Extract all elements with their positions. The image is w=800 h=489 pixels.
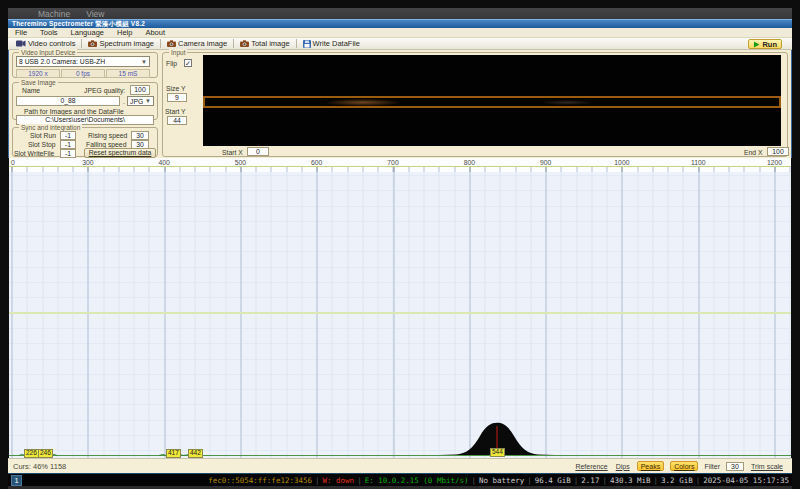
slot-run-label: Slot Run bbox=[30, 132, 56, 139]
chevron-down-icon: ▼ bbox=[145, 98, 151, 104]
end-x-label: End X bbox=[744, 149, 763, 156]
ruler-tick-label: 800 bbox=[464, 159, 475, 166]
scan-band-selector[interactable] bbox=[203, 96, 781, 108]
workspace-indicator[interactable]: 1 bbox=[11, 475, 22, 486]
memory-total-status: 3.2 GiB bbox=[661, 476, 693, 485]
ruler-tick-label: 600 bbox=[311, 159, 322, 166]
camera-icon bbox=[240, 40, 249, 47]
reference-button[interactable]: Reference bbox=[574, 463, 608, 470]
run-label: Run bbox=[762, 40, 777, 49]
ethernet-status: E: 10.0.2.15 (0 Mbit/s) bbox=[365, 476, 469, 485]
spectrum-chart[interactable]: 226 246 417 442 544 bbox=[9, 172, 791, 458]
slot-writefile-field[interactable]: -1 bbox=[60, 149, 76, 158]
trim-scale-button[interactable]: Trim scale bbox=[750, 463, 784, 470]
memory-used-status: 430.3 MiB bbox=[610, 476, 651, 485]
rising-speed-field[interactable]: 30 bbox=[131, 131, 149, 140]
ruler-tick-label: 0 bbox=[11, 159, 15, 166]
app-titlebar[interactable]: Theremino Spectrometer 緊湊小模組 V8.2 bbox=[8, 19, 792, 28]
app-menubar: File Tools Language Help About bbox=[8, 28, 792, 38]
slot-stop-label: Slot Stop bbox=[28, 141, 56, 148]
menu-about[interactable]: About bbox=[145, 28, 165, 37]
colors-toggle[interactable]: Colors bbox=[670, 461, 698, 471]
spectrum-trace bbox=[9, 172, 791, 458]
clock: 2025-04-05 15:17:35 bbox=[703, 476, 789, 485]
toolbar-separator bbox=[296, 39, 297, 48]
toolbar-separator bbox=[160, 39, 161, 48]
ruler-tick-label: 700 bbox=[387, 159, 398, 166]
menu-file[interactable]: File bbox=[15, 28, 27, 37]
latency-value: 15 mS bbox=[106, 69, 150, 78]
flip-checkbox[interactable]: ✓ bbox=[184, 59, 192, 67]
format-value: JPG bbox=[130, 98, 143, 105]
peaks-toggle[interactable]: Peaks bbox=[637, 461, 664, 471]
name-label: Name bbox=[22, 87, 40, 94]
total-image-label: Total image bbox=[251, 39, 289, 48]
ruler-tick-label: 1200 bbox=[767, 159, 782, 166]
write-datafile-button[interactable]: Write DataFile bbox=[299, 39, 364, 49]
camera-image-button[interactable]: Camera image bbox=[163, 39, 231, 49]
filter-label: Filter bbox=[704, 463, 720, 470]
start-y-label: Start Y bbox=[165, 108, 186, 115]
slot-writefile-label: Slot WriteFile bbox=[14, 150, 54, 157]
start-y-field[interactable]: 44 bbox=[167, 116, 187, 125]
slot-stop-field[interactable]: -1 bbox=[60, 140, 76, 149]
menu-help[interactable]: Help bbox=[117, 28, 132, 37]
jpeg-quality-label: JPEG quality: bbox=[84, 87, 125, 94]
reset-spectrum-button[interactable]: Reset spectrum data bbox=[84, 148, 156, 158]
ruler-tick-label: 400 bbox=[158, 159, 169, 166]
spectrum-glow bbox=[327, 99, 399, 106]
falling-speed-label: Falling speed bbox=[86, 141, 126, 148]
spectrum-image-label: Spectrum image bbox=[99, 39, 154, 48]
video-stats-row: 1920 x 0 fps 15 mS bbox=[16, 69, 150, 78]
path-label: Path for Images and the DataFile bbox=[24, 108, 124, 115]
play-icon bbox=[753, 41, 760, 48]
menu-language[interactable]: Language bbox=[71, 28, 104, 37]
toolbar: Video controls Spectrum image Camera ima… bbox=[8, 38, 792, 50]
run-button[interactable]: Run bbox=[748, 39, 782, 49]
filter-field[interactable]: 30 bbox=[726, 462, 744, 471]
ruler-tick-label: 1100 bbox=[691, 159, 706, 166]
dot-label: . bbox=[123, 98, 125, 105]
vm-menu-machine[interactable]: Machine bbox=[38, 9, 70, 19]
size-y-label: Size Y bbox=[166, 85, 186, 92]
start-x-field[interactable]: 0 bbox=[247, 147, 269, 156]
video-device-value: 8 USB 2.0 Camera: USB-ZH bbox=[19, 58, 105, 65]
dips-button[interactable]: Dips bbox=[615, 463, 631, 470]
disk-status: 96.4 GiB bbox=[535, 476, 571, 485]
jpeg-quality-field[interactable]: 100 bbox=[130, 85, 150, 95]
load-status: 2.17 bbox=[581, 476, 599, 485]
ruler-tick-label: 500 bbox=[235, 159, 246, 166]
chart-controls: Reference Dips Peaks Colors Filter 30 Tr… bbox=[574, 461, 784, 471]
video-device-select[interactable]: 8 USB 2.0 Camera: USB-ZH ▼ bbox=[16, 56, 150, 67]
save-image-legend: Save Image bbox=[19, 79, 58, 86]
ruler-tick-label: 300 bbox=[82, 159, 93, 166]
video-input-legend: Video Input Device bbox=[19, 49, 77, 56]
filename-field[interactable]: 0_88 bbox=[16, 96, 120, 106]
os-taskbar: 1 fec0::5054:ff:fe12:3456| W: down| E: 1… bbox=[8, 473, 792, 486]
wifi-status: W: down bbox=[323, 476, 355, 485]
total-image-button[interactable]: Total image bbox=[236, 39, 293, 49]
marker-442: 442 bbox=[188, 449, 203, 458]
vm-menu-view[interactable]: View bbox=[86, 9, 104, 19]
end-x-field[interactable]: 100 bbox=[767, 147, 789, 156]
spectrum-image-button[interactable]: Spectrum image bbox=[84, 39, 158, 49]
toolbar-separator bbox=[81, 39, 82, 48]
battery-status: No battery bbox=[479, 476, 524, 485]
format-select[interactable]: JPG ▼ bbox=[127, 96, 154, 106]
rising-speed-label: Rising speed bbox=[88, 132, 127, 139]
size-y-field[interactable]: 9 bbox=[167, 93, 187, 102]
camera-preview[interactable] bbox=[203, 55, 781, 146]
marker-226: 226 bbox=[24, 449, 39, 458]
chart-status-bar: Curs: 46% 1158 Reference Dips Peaks Colo… bbox=[8, 458, 792, 473]
system-status: fec0::5054:ff:fe12:3456| W: down| E: 10.… bbox=[208, 476, 789, 485]
slot-run-field[interactable]: -1 bbox=[60, 131, 76, 140]
ruler-tick-label: 1000 bbox=[614, 159, 629, 166]
menu-tools[interactable]: Tools bbox=[40, 28, 58, 37]
marker-417: 417 bbox=[166, 449, 181, 458]
ipv6-status: fec0::5054:ff:fe12:3456 bbox=[208, 476, 312, 485]
video-controls-label: Video controls bbox=[28, 39, 75, 48]
marker-246: 246 bbox=[38, 449, 53, 458]
video-controls-button[interactable]: Video controls bbox=[12, 39, 79, 49]
input-legend: Input bbox=[169, 49, 187, 56]
cursor-readout: Curs: 46% 1158 bbox=[13, 462, 66, 471]
